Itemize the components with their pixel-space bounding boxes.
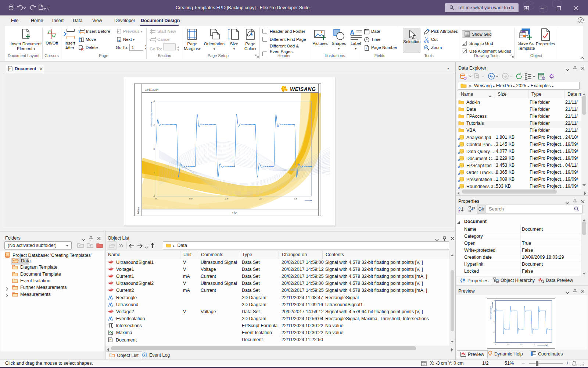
svg-text:0: 0: [494, 321, 495, 323]
svg-text:0,9: 0,9: [189, 197, 193, 200]
svg-text:0: 0: [495, 344, 496, 346]
svg-text:Adrian: Adrian: [137, 207, 140, 214]
svg-text:1,8: 1,8: [520, 344, 523, 346]
svg-text:0: 0: [155, 197, 157, 200]
svg-text:A: A: [350, 29, 354, 36]
svg-text:WEISANG: WEISANG: [290, 86, 316, 92]
svg-text:RectangleSignal: RectangleSignal: [150, 110, 153, 127]
svg-text:-2: -2: [493, 332, 495, 333]
svg-text:0,9: 0,9: [507, 344, 509, 346]
svg-text:#: #: [366, 47, 368, 50]
svg-text:-4: -4: [153, 195, 155, 197]
svg-text:Z: Z: [458, 209, 460, 213]
svg-text:0: 0: [154, 148, 155, 150]
svg-text:22/11/2024: 22/11/2024: [145, 88, 158, 91]
svg-text:3,6: 3,6: [294, 197, 297, 200]
svg-text:2: 2: [154, 123, 155, 126]
svg-text:2,7: 2,7: [259, 197, 262, 200]
svg-text:1/2: 1/2: [232, 211, 237, 215]
svg-text:RectangleSignal: RectangleSignal: [490, 305, 492, 320]
svg-text:4: 4: [494, 300, 495, 302]
svg-text:4: 4: [154, 100, 155, 102]
svg-text:2,7: 2,7: [533, 344, 535, 346]
svg-text:1,8: 1,8: [225, 197, 228, 200]
svg-text:-2: -2: [153, 171, 155, 174]
svg-text:2: 2: [494, 310, 495, 312]
svg-text:-4: -4: [493, 342, 495, 344]
